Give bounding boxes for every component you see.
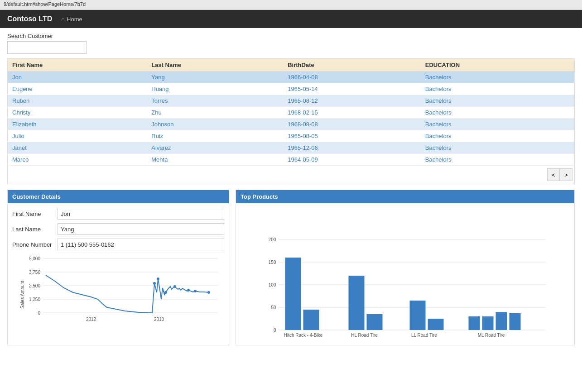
table-header-row: First Name Last Name BirthDate EDUCATION [8, 59, 575, 72]
first-name-input[interactable] [58, 208, 224, 220]
table-cell-last: Alvarez [147, 142, 283, 154]
svg-text:5,000: 5,000 [29, 256, 40, 261]
customer-table: First Name Last Name BirthDate EDUCATION… [7, 58, 575, 166]
table-cell-edu: Bachelors [421, 119, 575, 130]
line-chart-area: 5,000 3,750 2,500 1,250 0 Sales Amount 2… [12, 254, 224, 328]
table-cell-last: Johnson [147, 119, 283, 130]
svg-text:ML Road Tire: ML Road Tire [478, 333, 505, 338]
table-cell-birth: 1968-02-15 [283, 107, 421, 119]
svg-text:0: 0 [274, 328, 276, 333]
search-input[interactable] [7, 41, 87, 54]
topbar: Contoso LTD ⌂ Home [0, 10, 582, 28]
bar-ml-road-tire-4 [510, 313, 521, 330]
table-row[interactable]: ChristyZhu1968-02-15Bachelors [8, 107, 575, 119]
table-row[interactable]: MarcoMehta1964-05-09Bachelors [8, 154, 575, 166]
table-row[interactable]: ElizabethJohnson1968-08-08Bachelors [8, 119, 575, 130]
table-cell-first: Elizabeth [8, 119, 147, 130]
svg-text:100: 100 [269, 282, 276, 287]
table-cell-edu: Bachelors [421, 72, 575, 83]
table-row[interactable]: JulioRuiz1965-08-05Bachelors [8, 130, 575, 142]
bar-ll-road-tire-2 [428, 319, 444, 330]
table-row[interactable]: JanetAlvarez1965-12-06Bachelors [8, 142, 575, 154]
bar-ml-road-tire-1 [469, 316, 480, 330]
prev-page-button[interactable]: < [547, 168, 560, 181]
bar-chart-svg: 200 150 100 50 0 Hitch Rack - 4-Bike HL … [240, 208, 570, 339]
bar-ml-road-tire-2 [482, 316, 494, 330]
top-products-panel: Top Products 200 150 100 50 0 [236, 190, 575, 345]
svg-point-15 [164, 291, 167, 294]
bottom-row: Customer Details First Name Last Name Ph… [7, 190, 575, 345]
top-products-body: 200 150 100 50 0 Hitch Rack - 4-Bike HL … [236, 203, 574, 345]
col-header-birthdate: BirthDate [283, 59, 421, 72]
table-cell-edu: Bachelors [421, 83, 575, 95]
table-cell-edu: Bachelors [421, 107, 575, 119]
table-cell-birth: 1965-05-14 [283, 83, 421, 95]
customer-details-panel: Customer Details First Name Last Name Ph… [7, 190, 229, 345]
last-name-input[interactable] [58, 223, 224, 235]
table-cell-first: Eugene [8, 83, 147, 95]
table-cell-edu: Bachelors [421, 95, 575, 107]
table-cell-edu: Bachelors [421, 154, 575, 166]
svg-text:2013: 2013 [154, 317, 164, 322]
table-cell-first: Jon [8, 72, 147, 83]
table-row[interactable]: EugeneHuang1965-05-14Bachelors [8, 83, 575, 95]
line-chart-svg: 5,000 3,750 2,500 1,250 0 Sales Amount 2… [12, 254, 224, 326]
svg-point-17 [187, 289, 190, 292]
svg-text:0: 0 [38, 311, 40, 316]
customer-details-body: First Name Last Name Phone Number [8, 203, 229, 332]
table-cell-last: Zhu [147, 107, 283, 119]
table-cell-last: Torres [147, 95, 283, 107]
svg-text:Hitch Rack - 4-Bike: Hitch Rack - 4-Bike [284, 333, 323, 338]
top-products-header: Top Products [236, 190, 574, 203]
col-header-firstname: First Name [8, 59, 147, 72]
phone-input[interactable] [58, 239, 224, 250]
col-header-education: EDUCATION [421, 59, 575, 72]
svg-text:2012: 2012 [86, 317, 96, 322]
phone-row: Phone Number [12, 239, 224, 250]
home-label: Home [67, 16, 82, 23]
svg-text:150: 150 [269, 260, 276, 265]
next-page-button[interactable]: > [560, 168, 572, 181]
home-icon: ⌂ [61, 16, 65, 23]
bar-ml-road-tire-3 [496, 312, 507, 330]
svg-text:2,500: 2,500 [29, 283, 40, 288]
table-cell-birth: 1965-08-12 [283, 95, 421, 107]
app-title: Contoso LTD [7, 15, 52, 23]
first-name-label: First Name [12, 210, 58, 217]
svg-point-14 [157, 277, 159, 280]
svg-text:3,750: 3,750 [29, 270, 40, 275]
svg-point-18 [194, 290, 197, 292]
home-nav[interactable]: ⌂ Home [61, 16, 82, 23]
table-cell-birth: 1964-05-09 [283, 154, 421, 166]
svg-point-19 [207, 291, 210, 294]
table-cell-first: Marco [8, 154, 147, 166]
url-text: 9/default.htm#show/PageHome/7b7d [4, 1, 86, 7]
table-cell-birth: 1966-04-08 [283, 72, 421, 83]
table-cell-birth: 1965-08-05 [283, 130, 421, 142]
table-cell-first: Janet [8, 142, 147, 154]
table-cell-first: Christy [8, 107, 147, 119]
table-cell-birth: 1968-08-08 [283, 119, 421, 130]
table-cell-edu: Bachelors [421, 130, 575, 142]
last-name-label: Last Name [12, 226, 58, 233]
table-body: JonYang1966-04-08BachelorsEugeneHuang196… [8, 72, 575, 166]
svg-text:LL Road Tire: LL Road Tire [411, 333, 437, 338]
bar-hitch-rack-2 [303, 310, 319, 330]
svg-text:HL Road Tire: HL Road Tire [351, 333, 378, 338]
search-label: Search Customer [7, 33, 575, 39]
table-cell-first: Julio [8, 130, 147, 142]
main-content: Search Customer First Name Last Name Bir… [0, 28, 582, 350]
table-cell-last: Ruiz [147, 130, 283, 142]
svg-text:50: 50 [271, 305, 276, 310]
table-footer: < > [7, 166, 575, 184]
table-cell-birth: 1965-12-06 [283, 142, 421, 154]
table-row[interactable]: JonYang1966-04-08Bachelors [8, 72, 575, 83]
col-header-lastname: Last Name [147, 59, 283, 72]
table-cell-last: Yang [147, 72, 283, 83]
bar-hl-road-tire-1 [349, 276, 365, 330]
first-name-row: First Name [12, 208, 224, 220]
bar-ll-road-tire-1 [410, 301, 426, 330]
svg-point-16 [173, 285, 176, 288]
svg-text:1,250: 1,250 [29, 297, 40, 302]
table-row[interactable]: RubenTorres1965-08-12Bachelors [8, 95, 575, 107]
